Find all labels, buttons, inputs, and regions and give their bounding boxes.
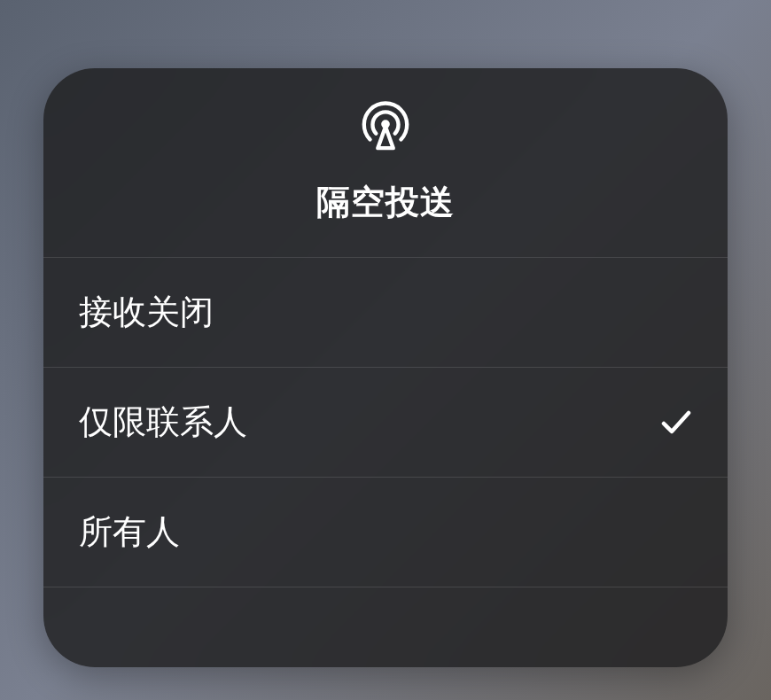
option-label: 所有人	[79, 509, 180, 555]
panel-title: 隔空投送	[316, 180, 455, 225]
option-contacts-only[interactable]: 仅限联系人	[43, 368, 728, 478]
option-label: 接收关闭	[79, 290, 214, 335]
option-everyone[interactable]: 所有人	[43, 478, 728, 587]
option-receiving-off[interactable]: 接收关闭	[43, 258, 728, 368]
airdrop-icon	[358, 98, 413, 153]
options-list: 接收关闭 仅限联系人 所有人	[43, 258, 728, 587]
checkmark-icon	[660, 407, 692, 439]
panel-header: 隔空投送	[43, 68, 728, 258]
airdrop-settings-panel: 隔空投送 接收关闭 仅限联系人 所有人	[43, 68, 728, 667]
option-label: 仅限联系人	[79, 400, 247, 445]
